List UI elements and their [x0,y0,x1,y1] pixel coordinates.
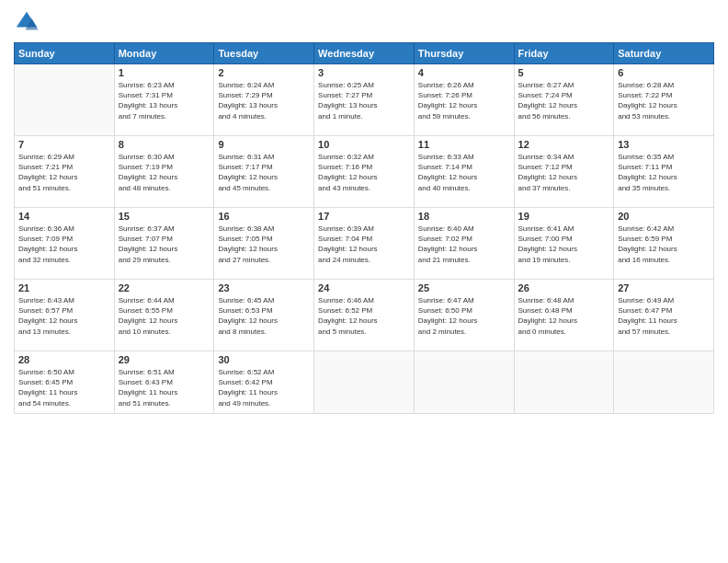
weekday-header: Thursday [414,43,514,64]
day-info: Sunrise: 6:38 AMSunset: 7:05 PMDaylight:… [218,224,310,265]
calendar-cell: 11Sunrise: 6:33 AMSunset: 7:14 PMDayligh… [414,136,514,208]
calendar-cell: 13Sunrise: 6:35 AMSunset: 7:11 PMDayligh… [614,136,714,208]
day-number: 23 [218,282,310,293]
calendar-cell: 25Sunrise: 6:47 AMSunset: 6:50 PMDayligh… [414,280,514,351]
calendar-cell: 26Sunrise: 6:48 AMSunset: 6:48 PMDayligh… [514,280,614,351]
calendar-cell [314,351,415,414]
day-info: Sunrise: 6:31 AMSunset: 7:17 PMDaylight:… [218,152,310,193]
calendar-cell: 2Sunrise: 6:24 AMSunset: 7:29 PMDaylight… [214,64,314,136]
calendar-cell [15,64,115,136]
weekday-header: Tuesday [214,43,314,64]
day-number: 22 [119,282,210,293]
day-info: Sunrise: 6:46 AMSunset: 6:52 PMDaylight:… [318,295,410,337]
weekday-header: Monday [114,43,214,64]
day-info: Sunrise: 6:30 AMSunset: 7:19 PMDaylight:… [119,152,210,193]
day-info: Sunrise: 6:32 AMSunset: 7:16 PMDaylight:… [318,152,410,193]
day-info: Sunrise: 6:42 AMSunset: 6:59 PMDaylight:… [618,224,710,265]
day-number: 11 [418,139,510,150]
day-info: Sunrise: 6:40 AMSunset: 7:02 PMDaylight:… [418,224,510,265]
day-number: 30 [218,354,310,365]
calendar-cell: 1Sunrise: 6:23 AMSunset: 7:31 PMDaylight… [114,64,214,136]
logo [14,9,43,35]
header-row: SundayMondayTuesdayWednesdayThursdayFrid… [15,43,714,64]
day-info: Sunrise: 6:49 AMSunset: 6:47 PMDaylight:… [618,295,710,337]
day-info: Sunrise: 6:50 AMSunset: 6:45 PMDaylight:… [18,367,110,408]
calendar-table: SundayMondayTuesdayWednesdayThursdayFrid… [14,42,714,414]
day-number: 28 [18,354,110,365]
day-number: 8 [119,139,210,150]
calendar-cell: 18Sunrise: 6:40 AMSunset: 7:02 PMDayligh… [414,208,514,280]
calendar-cell: 21Sunrise: 6:43 AMSunset: 6:57 PMDayligh… [15,280,115,351]
day-number: 21 [18,282,110,293]
calendar-cell: 28Sunrise: 6:50 AMSunset: 6:45 PMDayligh… [15,351,115,414]
day-number: 15 [119,211,210,222]
calendar-cell: 12Sunrise: 6:34 AMSunset: 7:12 PMDayligh… [514,136,614,208]
day-info: Sunrise: 6:28 AMSunset: 7:22 PMDaylight:… [618,80,710,121]
day-number: 25 [418,282,510,293]
page-header [14,9,714,35]
calendar-week-row: 14Sunrise: 6:36 AMSunset: 7:09 PMDayligh… [15,208,714,280]
calendar-cell [514,351,614,414]
day-info: Sunrise: 6:47 AMSunset: 6:50 PMDaylight:… [418,295,510,337]
calendar-cell: 5Sunrise: 6:27 AMSunset: 7:24 PMDaylight… [514,64,614,136]
calendar-cell: 30Sunrise: 6:52 AMSunset: 6:42 PMDayligh… [214,351,314,414]
calendar-cell: 16Sunrise: 6:38 AMSunset: 7:05 PMDayligh… [214,208,314,280]
day-number: 7 [18,139,110,150]
day-info: Sunrise: 6:24 AMSunset: 7:29 PMDaylight:… [218,80,310,121]
day-number: 17 [318,211,410,222]
day-number: 10 [318,139,410,150]
day-info: Sunrise: 6:36 AMSunset: 7:09 PMDaylight:… [18,224,110,265]
day-number: 18 [418,211,510,222]
logo-icon [14,9,40,35]
calendar-cell: 4Sunrise: 6:26 AMSunset: 7:26 PMDaylight… [414,64,514,136]
day-number: 16 [218,211,310,222]
weekday-header: Sunday [15,43,115,64]
day-number: 29 [119,354,210,365]
day-number: 26 [518,282,610,293]
day-number: 27 [618,282,710,293]
day-info: Sunrise: 6:39 AMSunset: 7:04 PMDaylight:… [318,224,410,265]
calendar-cell: 9Sunrise: 6:31 AMSunset: 7:17 PMDaylight… [214,136,314,208]
day-info: Sunrise: 6:26 AMSunset: 7:26 PMDaylight:… [418,80,510,121]
calendar-cell: 14Sunrise: 6:36 AMSunset: 7:09 PMDayligh… [15,208,115,280]
day-info: Sunrise: 6:41 AMSunset: 7:00 PMDaylight:… [518,224,610,265]
day-number: 14 [18,211,110,222]
calendar-cell: 17Sunrise: 6:39 AMSunset: 7:04 PMDayligh… [314,208,415,280]
calendar-cell: 3Sunrise: 6:25 AMSunset: 7:27 PMDaylight… [314,64,415,136]
day-info: Sunrise: 6:25 AMSunset: 7:27 PMDaylight:… [318,80,410,121]
calendar-cell: 10Sunrise: 6:32 AMSunset: 7:16 PMDayligh… [314,136,415,208]
calendar-cell [614,351,714,414]
calendar-header: SundayMondayTuesdayWednesdayThursdayFrid… [15,43,714,64]
calendar-cell: 24Sunrise: 6:46 AMSunset: 6:52 PMDayligh… [314,280,415,351]
day-number: 6 [618,67,710,78]
calendar-cell: 22Sunrise: 6:44 AMSunset: 6:55 PMDayligh… [114,280,214,351]
day-info: Sunrise: 6:45 AMSunset: 6:53 PMDaylight:… [218,295,310,337]
day-info: Sunrise: 6:33 AMSunset: 7:14 PMDaylight:… [418,152,510,193]
day-number: 19 [518,211,610,222]
day-info: Sunrise: 6:23 AMSunset: 7:31 PMDaylight:… [119,80,210,121]
day-info: Sunrise: 6:35 AMSunset: 7:11 PMDaylight:… [618,152,710,193]
day-info: Sunrise: 6:37 AMSunset: 7:07 PMDaylight:… [119,224,210,265]
weekday-header: Wednesday [314,43,415,64]
day-number: 1 [119,67,210,78]
day-number: 24 [318,282,410,293]
day-info: Sunrise: 6:44 AMSunset: 6:55 PMDaylight:… [119,295,210,337]
day-info: Sunrise: 6:48 AMSunset: 6:48 PMDaylight:… [518,295,610,337]
calendar-cell: 15Sunrise: 6:37 AMSunset: 7:07 PMDayligh… [114,208,214,280]
day-info: Sunrise: 6:43 AMSunset: 6:57 PMDaylight:… [18,295,110,337]
day-number: 20 [618,211,710,222]
calendar-cell: 19Sunrise: 6:41 AMSunset: 7:00 PMDayligh… [514,208,614,280]
day-number: 9 [218,139,310,150]
calendar-cell [414,351,514,414]
day-number: 12 [518,139,610,150]
day-number: 3 [318,67,410,78]
calendar-cell: 8Sunrise: 6:30 AMSunset: 7:19 PMDaylight… [114,136,214,208]
calendar-body: 1Sunrise: 6:23 AMSunset: 7:31 PMDaylight… [15,64,714,414]
day-info: Sunrise: 6:27 AMSunset: 7:24 PMDaylight:… [518,80,610,121]
day-info: Sunrise: 6:34 AMSunset: 7:12 PMDaylight:… [518,152,610,193]
day-number: 4 [418,67,510,78]
calendar-cell: 23Sunrise: 6:45 AMSunset: 6:53 PMDayligh… [214,280,314,351]
weekday-header: Saturday [614,43,714,64]
day-info: Sunrise: 6:51 AMSunset: 6:43 PMDaylight:… [119,367,210,408]
day-info: Sunrise: 6:29 AMSunset: 7:21 PMDaylight:… [18,152,110,193]
